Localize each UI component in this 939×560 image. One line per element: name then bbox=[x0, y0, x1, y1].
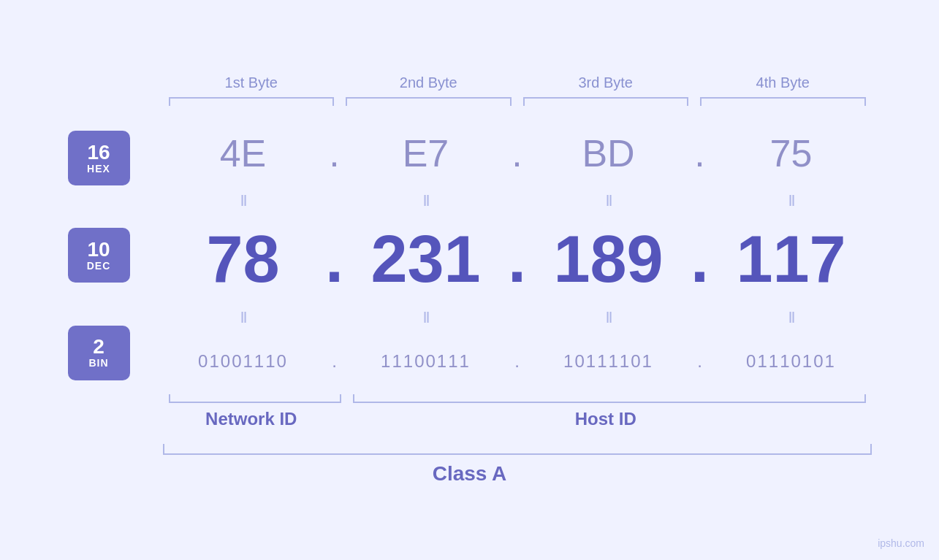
bin-byte-3: 10111101 bbox=[528, 351, 689, 372]
rows-area: 16 HEX 10 DEC 2 BIN 4E . E7 . BD . 75 bbox=[68, 120, 872, 391]
watermark: ipshu.com bbox=[878, 537, 924, 549]
hex-dot-1: . bbox=[324, 131, 346, 175]
dec-byte-1: 78 bbox=[163, 222, 324, 297]
bin-badge: 2 BIN bbox=[68, 326, 130, 380]
bin-dot-3: . bbox=[689, 351, 711, 372]
bottom-brackets bbox=[68, 394, 872, 403]
bin-byte-2: 11100111 bbox=[346, 351, 506, 372]
byte-header-2: 2nd Byte bbox=[340, 74, 517, 91]
top-brackets bbox=[68, 97, 872, 106]
bin-badge-name: BIN bbox=[88, 357, 108, 369]
hex-byte-3: BD bbox=[528, 131, 689, 175]
byte-header-3: 3rd Byte bbox=[517, 74, 695, 91]
bin-byte-1: 01001110 bbox=[163, 351, 324, 372]
network-id-label: Network ID bbox=[163, 409, 341, 429]
id-labels-row: Network ID Host ID bbox=[68, 409, 872, 429]
equals-3: II bbox=[528, 191, 689, 210]
hex-dot-3: . bbox=[689, 131, 711, 175]
equals-8: II bbox=[711, 308, 872, 327]
byte-headers-row: 1st Byte 2nd Byte 3rd Byte 4th Byte bbox=[68, 74, 872, 91]
hex-dot-2: . bbox=[506, 131, 528, 175]
hex-badge-number: 16 bbox=[87, 142, 110, 163]
dec-byte-4: 117 bbox=[711, 222, 872, 297]
hex-badge: 16 HEX bbox=[68, 131, 130, 185]
main-container: 1st Byte 2nd Byte 3rd Byte 4th Byte 16 H… bbox=[68, 74, 872, 486]
byte-header-1: 1st Byte bbox=[163, 74, 341, 91]
host-id-label: Host ID bbox=[340, 409, 872, 429]
hex-byte-1: 4E bbox=[163, 131, 324, 175]
equals-6: II bbox=[346, 308, 506, 327]
class-line bbox=[163, 444, 872, 455]
hex-byte-2: E7 bbox=[346, 131, 506, 175]
bin-row: 01001110 . 11100111 . 10111101 . 0111010… bbox=[163, 332, 872, 391]
host-bracket bbox=[353, 394, 866, 403]
dec-byte-3: 189 bbox=[528, 222, 689, 297]
bin-byte-4: 01110101 bbox=[711, 351, 872, 372]
dec-byte-2: 231 bbox=[346, 222, 506, 297]
dec-badge-number: 10 bbox=[87, 239, 110, 260]
top-bracket-1 bbox=[169, 97, 335, 106]
bin-badge-number: 2 bbox=[93, 337, 104, 357]
dec-dot-1: . bbox=[324, 222, 346, 297]
class-label-row: Class A bbox=[433, 462, 507, 486]
label-column: 16 HEX 10 DEC 2 BIN bbox=[68, 120, 163, 391]
equals-4: II bbox=[711, 191, 872, 210]
hex-row: 4E . E7 . BD . 75 bbox=[163, 120, 872, 186]
equals-row-hex-dec: II II II II bbox=[163, 186, 872, 215]
bin-dot-1: . bbox=[324, 351, 346, 372]
hex-badge-name: HEX bbox=[87, 163, 110, 174]
dec-dot-2: . bbox=[506, 222, 528, 297]
network-bracket bbox=[169, 394, 342, 403]
equals-row-dec-bin: II II II II bbox=[163, 303, 872, 332]
hex-byte-4: 75 bbox=[711, 131, 872, 175]
top-bracket-2 bbox=[346, 97, 512, 106]
equals-2: II bbox=[346, 191, 506, 210]
byte-header-4: 4th Byte bbox=[694, 74, 872, 91]
dec-dot-3: . bbox=[689, 222, 711, 297]
class-line-container bbox=[68, 444, 872, 455]
bin-dot-2: . bbox=[506, 351, 528, 372]
dec-badge-name: DEC bbox=[87, 260, 111, 272]
equals-7: II bbox=[528, 308, 689, 327]
equals-5: II bbox=[163, 308, 324, 327]
data-column: 4E . E7 . BD . 75 II II II II 78 bbox=[163, 120, 872, 391]
top-bracket-3 bbox=[523, 97, 689, 106]
equals-1: II bbox=[163, 191, 324, 210]
class-label: Class A bbox=[433, 462, 507, 486]
dec-badge: 10 DEC bbox=[68, 228, 130, 283]
top-bracket-4 bbox=[700, 97, 866, 106]
dec-row: 78 . 231 . 189 . 117 bbox=[163, 215, 872, 303]
